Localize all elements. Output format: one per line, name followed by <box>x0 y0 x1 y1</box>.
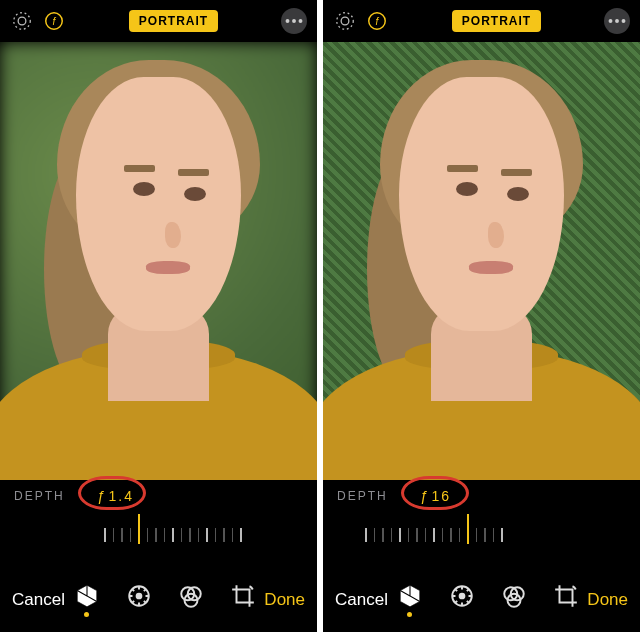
svg-point-5 <box>292 19 296 23</box>
svg-point-0 <box>18 17 26 25</box>
photo-preview[interactable] <box>0 42 317 480</box>
svg-text:f: f <box>376 16 380 27</box>
aperture-icon[interactable]: f <box>42 9 66 33</box>
depth-label: DEPTH <box>337 489 388 503</box>
svg-point-1 <box>14 13 31 30</box>
mode-badge[interactable]: PORTRAIT <box>129 10 218 32</box>
edit-tools <box>73 583 257 617</box>
svg-point-18 <box>622 19 626 23</box>
aperture-value: ƒ1.4 <box>97 488 134 504</box>
phone-screen-1: fPORTRAITDEPTHƒ16CancelDone <box>323 0 640 632</box>
tool-portrait-lighting[interactable] <box>396 583 424 617</box>
cancel-button[interactable]: Cancel <box>335 590 388 610</box>
depth-control: DEPTHƒ1.4 <box>0 480 317 568</box>
svg-point-4 <box>286 19 290 23</box>
tool-portrait-lighting[interactable] <box>73 583 101 617</box>
depth-slider-pointer[interactable] <box>467 514 469 544</box>
tool-adjust[interactable] <box>448 583 476 617</box>
live-photo-icon[interactable] <box>333 9 357 33</box>
tool-crop[interactable] <box>552 583 580 617</box>
svg-point-13 <box>337 13 354 30</box>
aperture-icon[interactable]: f <box>365 9 389 33</box>
done-button[interactable]: Done <box>587 590 628 610</box>
phone-screen-0: fPORTRAITDEPTHƒ1.4CancelDone <box>0 0 317 632</box>
tool-filters[interactable] <box>177 583 205 617</box>
svg-point-20 <box>459 594 464 599</box>
svg-point-17 <box>615 19 619 23</box>
photo-subject <box>0 42 317 480</box>
more-icon[interactable] <box>281 8 307 34</box>
top-bar: fPORTRAIT <box>0 0 317 42</box>
depth-slider-pointer[interactable] <box>138 514 140 544</box>
bottom-bar: CancelDone <box>323 568 640 632</box>
depth-slider[interactable] <box>337 514 626 554</box>
done-button[interactable]: Done <box>264 590 305 610</box>
depth-control: DEPTHƒ16 <box>323 480 640 568</box>
tool-crop[interactable] <box>229 583 257 617</box>
bottom-bar: CancelDone <box>0 568 317 632</box>
aperture-value: ƒ16 <box>420 488 451 504</box>
edit-tools <box>396 583 580 617</box>
photo-preview[interactable] <box>323 42 640 480</box>
depth-label: DEPTH <box>14 489 65 503</box>
more-icon[interactable] <box>604 8 630 34</box>
svg-point-12 <box>341 17 349 25</box>
svg-point-6 <box>299 19 303 23</box>
depth-slider[interactable] <box>14 514 303 554</box>
tool-adjust[interactable] <box>125 583 153 617</box>
svg-point-16 <box>609 19 613 23</box>
cancel-button[interactable]: Cancel <box>12 590 65 610</box>
mode-badge[interactable]: PORTRAIT <box>452 10 541 32</box>
live-photo-icon[interactable] <box>10 9 34 33</box>
top-bar: fPORTRAIT <box>323 0 640 42</box>
svg-text:f: f <box>53 16 57 27</box>
photo-subject <box>323 42 640 480</box>
tool-filters[interactable] <box>500 583 528 617</box>
svg-point-8 <box>136 594 141 599</box>
